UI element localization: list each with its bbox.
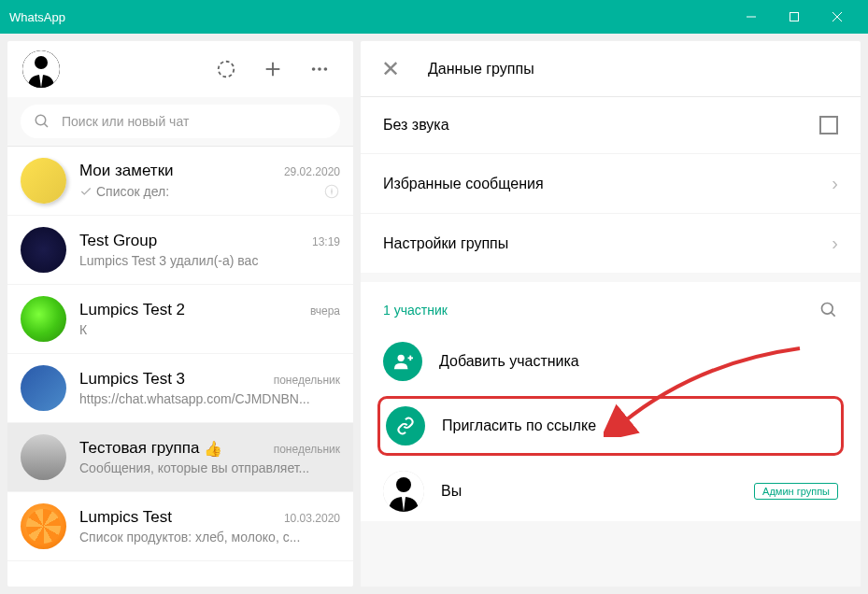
- titlebar: WhatsApp: [0, 0, 868, 34]
- chat-preview: https://chat.whatsapp.com/CJMDNBN...: [79, 391, 310, 406]
- svg-line-16: [832, 313, 835, 317]
- chevron-right-icon: ›: [832, 173, 838, 194]
- link-icon: [386, 406, 425, 446]
- invite-link-button[interactable]: Пригласить по ссылке: [377, 396, 844, 456]
- chat-item[interactable]: Lumpics Test 2 вчера К: [7, 285, 353, 354]
- chat-time: 10.03.2020: [284, 512, 340, 525]
- pin-icon: [323, 183, 340, 200]
- svg-point-17: [398, 355, 405, 361]
- participant-row[interactable]: Вы Админ группы: [361, 461, 861, 521]
- svg-point-10: [318, 67, 321, 71]
- add-person-icon: [383, 342, 422, 381]
- svg-line-13: [44, 123, 48, 127]
- participant-name: Вы: [441, 483, 737, 500]
- check-icon: [79, 185, 92, 198]
- mute-checkbox[interactable]: [819, 116, 838, 134]
- svg-point-21: [396, 477, 411, 492]
- add-participant-button[interactable]: Добавить участника: [361, 332, 861, 390]
- app-title: WhatsApp: [9, 10, 730, 24]
- chat-time: вчера: [310, 304, 340, 318]
- panel-title: Данные группы: [428, 61, 534, 78]
- starred-messages[interactable]: Избранные сообщения ›: [361, 154, 861, 214]
- chat-avatar: [21, 296, 66, 342]
- chat-preview: Сообщения, которые вы отправляет...: [79, 460, 309, 475]
- chat-item[interactable]: Тестовая группа👍 понедельник Сообщения, …: [7, 423, 353, 492]
- chat-name: Мои заметки: [79, 162, 174, 180]
- user-avatar[interactable]: [22, 50, 60, 88]
- svg-point-15: [822, 304, 833, 315]
- svg-point-9: [312, 67, 316, 71]
- menu-icon[interactable]: [301, 50, 338, 88]
- chat-avatar: [21, 503, 66, 549]
- participant-avatar: [383, 471, 424, 512]
- chat-preview: К: [79, 322, 87, 337]
- chat-name: Тестовая группа👍: [79, 439, 222, 458]
- close-icon[interactable]: ✕: [379, 56, 402, 82]
- svg-point-11: [324, 67, 328, 71]
- svg-rect-1: [790, 13, 799, 21]
- status-icon[interactable]: [207, 50, 245, 88]
- chat-preview: Список дел:: [79, 184, 169, 199]
- action-label: Пригласить по ссылке: [442, 417, 596, 434]
- chat-item[interactable]: Lumpics Test 10.03.2020 Список продуктов…: [7, 492, 353, 561]
- chat-time: 13:19: [312, 235, 340, 248]
- chat-list: Мои заметки 29.02.2020 Список дел:: [7, 147, 353, 587]
- setting-label: Без звука: [383, 117, 449, 134]
- chat-avatar: [20, 157, 67, 205]
- admin-badge: Админ группы: [754, 483, 838, 500]
- chat-name: Lumpics Test 2: [79, 301, 185, 319]
- chat-time: 29.02.2020: [284, 165, 340, 178]
- chat-time: понедельник: [274, 374, 340, 387]
- chevron-right-icon: ›: [832, 233, 838, 254]
- search-participants-icon[interactable]: [819, 301, 838, 319]
- chat-preview: Список продуктов: хлеб, молоко, с...: [79, 530, 300, 544]
- setting-label: Настройки группы: [383, 235, 508, 252]
- chat-item[interactable]: Test Group 13:19 Lumpics Test 3 удалил(-…: [7, 216, 353, 285]
- chat-list-panel: Мои заметки 29.02.2020 Список дел:: [7, 41, 353, 587]
- chat-avatar: [21, 434, 66, 480]
- svg-point-12: [36, 115, 46, 125]
- chat-avatar: [21, 227, 66, 273]
- group-info-panel: ✕ Данные группы Без звука Избранные сооб…: [361, 41, 861, 587]
- chat-item[interactable]: Lumpics Test 3 понедельник https://chat.…: [7, 354, 353, 423]
- chat-time: понедельник: [274, 443, 340, 456]
- svg-point-5: [35, 56, 48, 69]
- mute-setting[interactable]: Без звука: [361, 97, 861, 154]
- right-header: ✕ Данные группы: [361, 41, 861, 97]
- search-bar: [7, 97, 353, 147]
- chat-name: Lumpics Test 3: [79, 370, 185, 389]
- chat-name: Lumpics Test: [79, 508, 172, 527]
- setting-label: Избранные сообщения: [383, 176, 544, 192]
- search-input[interactable]: [62, 114, 327, 129]
- left-header: [7, 41, 353, 97]
- close-window-button[interactable]: [816, 0, 859, 34]
- participants-count: 1 участник: [383, 303, 448, 318]
- chat-avatar: [21, 365, 66, 411]
- new-chat-icon[interactable]: [254, 50, 292, 88]
- maximize-button[interactable]: [773, 0, 816, 34]
- search-icon: [34, 113, 50, 130]
- chat-name: Test Group: [79, 232, 157, 250]
- minimize-button[interactable]: [730, 0, 773, 34]
- group-settings[interactable]: Настройки группы ›: [361, 214, 861, 273]
- svg-point-6: [219, 62, 235, 78]
- chat-preview: Lumpics Test 3 удалил(-а) вас: [79, 253, 258, 268]
- chat-item[interactable]: Мои заметки 29.02.2020 Список дел:: [7, 147, 353, 216]
- action-label: Добавить участника: [439, 353, 579, 370]
